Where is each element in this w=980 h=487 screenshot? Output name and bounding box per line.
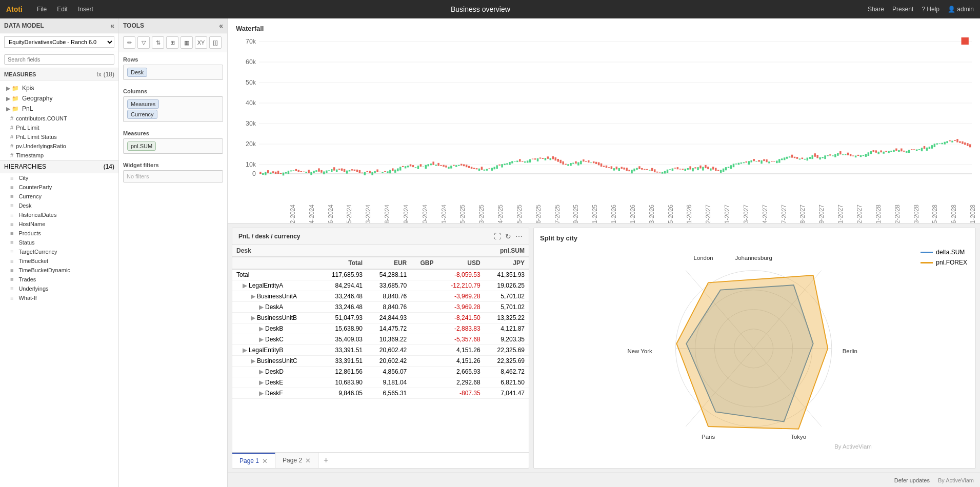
- columns-tag-currency[interactable]: Currency: [127, 110, 157, 119]
- svg-rect-57: [364, 172, 365, 175]
- list-item[interactable]: ≡What-If: [0, 293, 118, 302]
- table-row[interactable]: ▶BusinessUnitA33,246.488,840.76-3,969.28…: [232, 291, 529, 302]
- list-item[interactable]: ≡HostName: [0, 219, 118, 229]
- table-row[interactable]: Total117,685.9354,288.11-8,059.5341,351.…: [232, 269, 529, 280]
- xy-tool-button[interactable]: XY: [195, 36, 207, 49]
- list-item[interactable]: ≡City: [0, 173, 118, 182]
- pivot-tool-button[interactable]: ⊞: [166, 36, 178, 49]
- list-item[interactable]: ≡HistoricalDates: [0, 210, 118, 219]
- expand-icon[interactable]: ⛶: [494, 232, 501, 240]
- svg-text:17-04-2024: 17-04-2024: [308, 205, 315, 223]
- svg-rect-28: [290, 170, 292, 171]
- add-page-button[interactable]: +: [318, 453, 333, 468]
- close-page1-icon[interactable]: ✕: [262, 457, 268, 465]
- close-page2-icon[interactable]: ✕: [305, 457, 311, 464]
- refresh-icon[interactable]: ↻: [505, 232, 511, 240]
- col-eur: EUR: [367, 257, 411, 269]
- main-layout: DATA MODEL « EquityDerivativesCube - Ran…: [0, 18, 980, 487]
- measures-zone-label: Measures: [119, 126, 227, 138]
- grid-tool-button[interactable]: ▦: [181, 36, 193, 49]
- list-item[interactable]: ≡Underlyings: [0, 284, 118, 293]
- list-item[interactable]: ≡Status: [0, 238, 118, 247]
- rows-label: Rows: [119, 52, 227, 65]
- menu-insert[interactable]: Insert: [78, 6, 93, 13]
- table-row[interactable]: ▶LegalEntityB33,391.5120,602.424,151.262…: [232, 345, 529, 356]
- list-item[interactable]: ≡Desk: [0, 201, 118, 210]
- list-item[interactable]: ≡Products: [0, 229, 118, 238]
- table-row[interactable]: ▶DeskA33,246.488,840.76-3,969.285,701.02: [232, 302, 529, 313]
- tree-group-kpis[interactable]: ▶ 📁 Kpis: [0, 83, 118, 93]
- list-item[interactable]: # pv.UnderlyingsRatio: [0, 141, 118, 151]
- measures-drop-zone[interactable]: pnl.SUM: [123, 138, 223, 154]
- page-tab-1[interactable]: Page 1 ✕: [232, 453, 275, 468]
- svg-rect-231: [807, 157, 808, 160]
- svg-text:30-09-2027: 30-09-2027: [818, 205, 825, 223]
- filter-tool-button[interactable]: ▽: [137, 36, 150, 49]
- defer-updates-button[interactable]: Defer updates: [894, 477, 930, 483]
- col-pnl: pnl.SUM: [318, 245, 529, 257]
- tree-group-geography[interactable]: ▶ 📁 Geography: [0, 93, 118, 104]
- svg-text:11-08-2024: 11-08-2024: [384, 205, 391, 223]
- collapse-tools-icon[interactable]: «: [219, 22, 223, 30]
- svg-rect-205: [741, 163, 742, 164]
- svg-rect-148: [595, 162, 597, 164]
- share-button[interactable]: Share: [868, 6, 884, 13]
- widget-filters-drop-zone[interactable]: No filters: [123, 170, 223, 182]
- more-icon[interactable]: ⋯: [515, 232, 523, 240]
- svg-rect-171: [654, 169, 655, 172]
- list-item[interactable]: # PnL Limit Status: [0, 132, 118, 141]
- collapse-left-icon[interactable]: «: [110, 22, 114, 30]
- tree-group-pnl[interactable]: ▶ 📁 PnL: [0, 104, 118, 114]
- list-item[interactable]: ≡Currency: [0, 192, 118, 201]
- table-row[interactable]: ▶DeskC35,409.0310,369.22-5,357.689,203.3…: [232, 334, 529, 345]
- list-item[interactable]: # Timestamp: [0, 151, 118, 160]
- page-tab-2[interactable]: Page 2 ✕: [275, 453, 318, 468]
- svg-rect-43: [328, 170, 330, 171]
- list-item[interactable]: ≡TimeBucket: [0, 256, 118, 266]
- svg-rect-102: [478, 169, 480, 171]
- svg-rect-182: [682, 169, 684, 170]
- table-row[interactable]: ▶BusinessUnitB51,047.9324,844.93-8,241.5…: [232, 313, 529, 323]
- help-button[interactable]: ? Help: [922, 6, 939, 13]
- svg-rect-281: [934, 144, 935, 147]
- table-row[interactable]: ▶BusinessUnitC33,391.5120,602.424,151.26…: [232, 356, 529, 367]
- list-item[interactable]: # contributors.COUNT: [0, 114, 118, 123]
- table-row[interactable]: ▶DeskE10,683.909,181.042,292.686,821.50: [232, 377, 529, 388]
- svg-rect-86: [437, 163, 439, 166]
- svg-rect-29: [293, 170, 294, 171]
- tree-group-kpis-label: Kpis: [22, 85, 34, 92]
- list-item[interactable]: ≡Trades: [0, 275, 118, 284]
- sort-tool-button[interactable]: ⇅: [152, 36, 164, 49]
- svg-text:New York: New York: [628, 348, 652, 354]
- list-item[interactable]: ≡TimeBucketDynamic: [0, 266, 118, 275]
- list-item[interactable]: ≡CounterParty: [0, 182, 118, 192]
- svg-rect-255: [868, 152, 869, 156]
- rows-drop-zone[interactable]: Desk: [123, 65, 223, 80]
- svg-rect-85: [435, 165, 436, 166]
- table-row[interactable]: ▶DeskF9,846.056,565.31-807.357,041.47: [232, 388, 529, 399]
- svg-rect-246: [845, 154, 846, 155]
- table-row[interactable]: ▶DeskB15,638.9014,475.72-2,883.834,121.8…: [232, 323, 529, 334]
- columns-drop-zone[interactable]: Measures Currency: [123, 96, 223, 122]
- present-button[interactable]: Present: [892, 6, 913, 13]
- list-item[interactable]: ≡TargetCurrency: [0, 247, 118, 256]
- split-tool-button[interactable]: [|]: [209, 36, 222, 49]
- svg-rect-274: [916, 150, 917, 151]
- user-button[interactable]: 👤 admin: [948, 6, 974, 13]
- svg-rect-89: [445, 166, 447, 168]
- fx-button[interactable]: fx: [96, 71, 101, 78]
- measures-tag-pnlsum[interactable]: pnl.SUM: [127, 141, 156, 151]
- pencil-tool-button[interactable]: ✏: [123, 36, 135, 49]
- model-selector[interactable]: EquityDerivativesCube - Ranch 6.0: [4, 36, 114, 48]
- menu-edit[interactable]: Edit: [57, 6, 68, 13]
- table-row[interactable]: ▶LegalEntityA84,294.4133,685.70-12,210.7…: [232, 280, 529, 291]
- table-row[interactable]: ▶DeskD12,861.564,856.072,665.938,462.72: [232, 367, 529, 377]
- svg-rect-128: [545, 158, 546, 160]
- svg-rect-263: [888, 151, 889, 153]
- columns-tag-measures[interactable]: Measures: [127, 99, 159, 109]
- rows-tag-desk[interactable]: Desk: [127, 68, 147, 77]
- search-input[interactable]: [4, 54, 114, 65]
- svg-rect-151: [603, 166, 605, 167]
- list-item[interactable]: # PnL Limit: [0, 123, 118, 132]
- menu-file[interactable]: File: [37, 6, 47, 13]
